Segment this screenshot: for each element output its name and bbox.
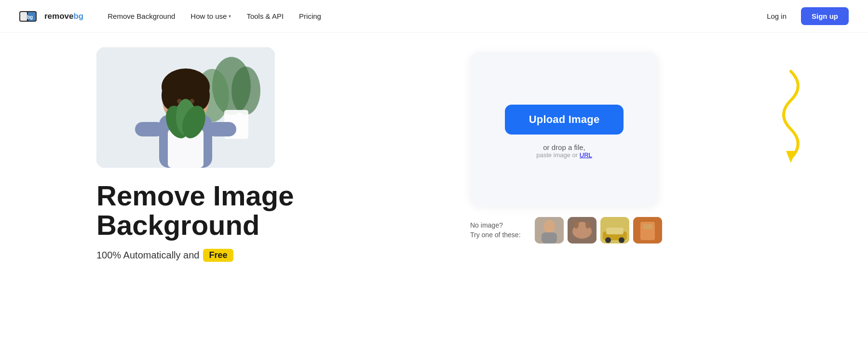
nav-links: Remove Background How to use ▾ Tools & A… bbox=[101, 8, 760, 24]
svg-rect-34 bbox=[606, 228, 624, 234]
svg-point-7 bbox=[231, 67, 260, 115]
nav-actions: Log in Sign up bbox=[760, 7, 849, 25]
sample-thumb-car[interactable] bbox=[600, 217, 629, 243]
paste-url-text: paste image or URL bbox=[536, 151, 592, 159]
upload-image-button[interactable]: Upload Image bbox=[505, 105, 624, 135]
svg-rect-26 bbox=[542, 232, 557, 243]
url-link[interactable]: URL bbox=[580, 151, 592, 159]
hero-subtitle: 100% Automatically and Free bbox=[96, 249, 318, 262]
decorative-squiggle bbox=[714, 67, 810, 173]
free-badge: Free bbox=[203, 249, 233, 262]
main-content: Remove Image Background 100% Automatical… bbox=[0, 33, 868, 276]
nav-item-how-to-use[interactable]: How to use ▾ bbox=[184, 8, 238, 24]
hero-title: Remove Image Background bbox=[96, 181, 318, 240]
svg-point-14 bbox=[190, 81, 210, 110]
drop-file-text: or drop a file, bbox=[536, 143, 592, 151]
svg-point-30 bbox=[574, 221, 579, 229]
chevron-down-icon: ▾ bbox=[229, 14, 231, 19]
sample-images-row: No image? Try one of these: bbox=[470, 217, 658, 243]
logo-icon: bg bbox=[19, 9, 41, 24]
svg-rect-39 bbox=[643, 224, 652, 229]
navbar: bg removebg Remove Background How to use… bbox=[0, 0, 868, 33]
sample-thumbs bbox=[535, 217, 662, 243]
svg-point-35 bbox=[605, 237, 611, 243]
svg-rect-1 bbox=[20, 12, 27, 21]
svg-point-36 bbox=[619, 237, 624, 243]
svg-point-13 bbox=[162, 81, 181, 110]
svg-point-25 bbox=[543, 220, 555, 233]
svg-marker-23 bbox=[786, 151, 796, 163]
hero-left: Remove Image Background 100% Automatical… bbox=[96, 47, 318, 262]
hero-right: Upload Image or drop a file, paste image… bbox=[357, 47, 772, 243]
no-image-label: No image? Try one of these: bbox=[470, 221, 528, 240]
logo[interactable]: bg removebg bbox=[19, 9, 83, 24]
nav-item-tools-api[interactable]: Tools & API bbox=[240, 8, 290, 24]
svg-point-31 bbox=[585, 221, 590, 229]
upload-card: Upload Image or drop a file, paste image… bbox=[470, 52, 658, 206]
hero-image bbox=[96, 47, 275, 168]
svg-rect-17 bbox=[135, 122, 164, 136]
hero-illustration bbox=[96, 47, 275, 168]
drop-zone-text: or drop a file, paste image or URL bbox=[536, 143, 592, 159]
logo-text: removebg bbox=[44, 12, 83, 21]
nav-item-remove-background[interactable]: Remove Background bbox=[101, 8, 182, 24]
sample-thumb-person[interactable] bbox=[535, 217, 564, 243]
nav-item-pricing[interactable]: Pricing bbox=[292, 8, 328, 24]
login-button[interactable]: Log in bbox=[760, 8, 793, 24]
svg-text:bg: bg bbox=[27, 14, 33, 20]
signup-button[interactable]: Sign up bbox=[801, 7, 849, 25]
svg-rect-18 bbox=[207, 122, 236, 136]
sample-thumb-product[interactable] bbox=[633, 217, 662, 243]
sample-thumb-dog[interactable] bbox=[568, 217, 597, 243]
